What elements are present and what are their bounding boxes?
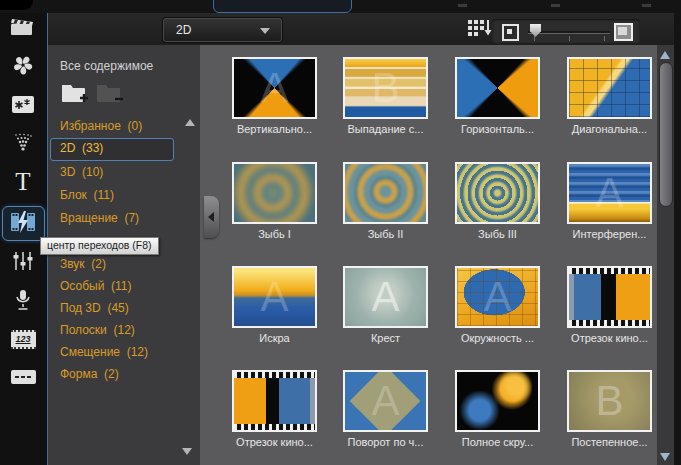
add-folder-icon[interactable]	[60, 81, 90, 107]
small-thumbnails-icon[interactable]	[502, 24, 519, 41]
microphone-icon[interactable]	[6, 286, 40, 314]
transition-thumbnail[interactable]	[232, 370, 317, 432]
gallery-toolbar: 2D	[48, 13, 681, 45]
transition-label: Полное скру...	[441, 436, 554, 448]
category-scroll-up[interactable]	[185, 119, 195, 126]
media-icon[interactable]	[6, 12, 40, 40]
tooltip: центр переходов (F8)	[40, 237, 159, 255]
remove-folder-icon[interactable]	[95, 81, 125, 107]
slider-tick	[604, 36, 605, 41]
transition-label: Искра	[218, 332, 331, 344]
transition-label: Отрезок кино...	[218, 436, 331, 448]
library-panel: Все содержимое Избранное (0) 2D (33) 3D …	[48, 45, 200, 465]
transition-label: Зыбь I	[218, 228, 331, 240]
transition-label: Окружность ...	[441, 332, 554, 344]
transition-label: Диагональна...	[553, 123, 666, 135]
category-shift[interactable]: Смещение (12)	[60, 344, 186, 361]
scrollbar-thumb[interactable]	[659, 62, 673, 207]
effects-icon[interactable]	[6, 90, 40, 118]
transition-thumbnail[interactable]	[455, 162, 540, 224]
sound-mixer-icon[interactable]	[6, 247, 40, 275]
category-stripes[interactable]: Полоски (12)	[60, 322, 186, 339]
category-favorites[interactable]: Избранное (0)	[60, 118, 186, 135]
category-special[interactable]: Особый (11)	[60, 278, 186, 295]
slider-tick	[569, 36, 570, 41]
transition-thumbnail[interactable]	[343, 266, 428, 328]
transition-thumbnail[interactable]	[567, 266, 652, 328]
transition-thumbnail[interactable]	[567, 162, 652, 224]
category-scroll-down[interactable]	[182, 448, 192, 455]
large-thumbnails-icon[interactable]	[614, 23, 633, 41]
category-rotation[interactable]: Вращение (7)	[60, 210, 186, 227]
transition-label: Интерферен...	[553, 228, 666, 240]
scroll-up-icon[interactable]	[660, 51, 670, 59]
clipped-toolbar-text	[551, 4, 560, 7]
category-sound[interactable]: Звук (2)	[60, 256, 186, 273]
transition-thumbnail[interactable]	[567, 57, 652, 119]
counter-icon[interactable]: 123	[6, 325, 40, 353]
transition-thumbnail[interactable]	[232, 266, 317, 328]
category-block[interactable]: Блок (11)	[60, 187, 186, 204]
transition-label: Отрезок кино...	[553, 332, 666, 344]
title-icon[interactable]: T	[6, 167, 40, 195]
app-window: T	[0, 0, 681, 465]
slider-tick	[534, 36, 535, 41]
sort-grid-icon[interactable]	[468, 19, 492, 43]
transition-label: Крест	[329, 332, 442, 344]
transition-thumbnail[interactable]	[232, 162, 317, 224]
transition-label: Вертикально...	[218, 123, 331, 135]
grid-scrollbar[interactable]	[657, 45, 674, 465]
transition-label: Поворот по ч...	[329, 436, 442, 448]
category-2d[interactable]: 2D (33)	[60, 140, 186, 157]
scroll-down-icon[interactable]	[660, 453, 670, 461]
transition-thumbnail[interactable]	[455, 57, 540, 119]
transition-thumbnail[interactable]	[567, 370, 652, 432]
gallery-dropdown[interactable]: 2D	[163, 18, 282, 42]
window-edge	[674, 13, 681, 465]
transitions-icon[interactable]	[6, 208, 40, 236]
particles-icon[interactable]	[6, 128, 40, 156]
library-header: Все содержимое	[60, 59, 153, 73]
transition-label: Зыбь III	[441, 228, 554, 240]
transition-thumbnail[interactable]	[455, 370, 540, 432]
chevron-down-icon	[260, 28, 270, 34]
gallery-dropdown-value: 2D	[176, 23, 191, 37]
clipped-tab	[0, 0, 33, 10]
transition-label: Постепенное...	[553, 436, 666, 448]
clipped-toolbar-text	[642, 4, 651, 7]
transition-label: Выпадание с...	[329, 123, 442, 135]
transition-thumbnail[interactable]	[343, 57, 428, 119]
top-clipped-tabbar	[0, 0, 681, 14]
category-shape[interactable]: Форма (2)	[60, 366, 186, 383]
transition-label: Горизонталь...	[441, 123, 554, 135]
category-under-3d[interactable]: Под 3D (45)	[60, 300, 186, 317]
collapse-panel-handle[interactable]	[204, 196, 219, 238]
transition-label: Зыбь II	[329, 228, 442, 240]
instant-project-icon[interactable]	[6, 51, 40, 79]
zoom-slider-handle[interactable]	[530, 24, 541, 37]
transition-thumbnail[interactable]	[232, 57, 317, 119]
thumbnail-zoom-slider	[492, 19, 640, 43]
transition-thumbnail[interactable]	[343, 370, 428, 432]
transition-thumbnail[interactable]	[455, 266, 540, 328]
category-3d[interactable]: 3D (10)	[60, 164, 186, 181]
clipped-toolbar-text	[458, 4, 467, 7]
clipped-active-tab[interactable]	[213, 0, 352, 13]
subtitle-icon[interactable]	[6, 363, 40, 391]
transition-thumbnail[interactable]	[343, 162, 428, 224]
